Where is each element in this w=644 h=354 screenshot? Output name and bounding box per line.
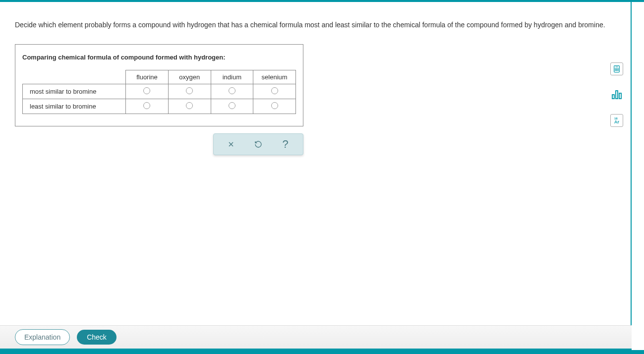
radio-most-fluorine[interactable] [143,87,150,94]
svg-rect-12 [619,93,621,99]
comparison-box: Comparing chemical formula of compound f… [15,44,303,126]
reset-icon [254,140,262,148]
radio-least-fluorine[interactable] [143,102,150,109]
radio-least-oxygen[interactable] [186,102,193,109]
question-text: Decide which element probably forms a co… [15,20,616,30]
bars-tool[interactable] [610,88,623,101]
bars-icon [611,89,623,101]
col-header: oxygen [168,70,211,84]
svg-point-8 [616,70,617,70]
col-header: indium [211,70,253,84]
radio-least-selenium[interactable] [271,102,278,109]
col-header: selenium [253,70,296,84]
svg-rect-10 [612,95,614,99]
calculator-icon [613,65,621,73]
row-label: most similar to bromine [23,84,126,99]
footer-bar: Explanation Check [0,325,632,350]
side-tools: 18Ar [610,62,623,127]
col-header: fluorine [126,70,169,84]
periodic-icon: 18Ar [614,117,619,124]
clear-button[interactable] [224,137,238,152]
radio-most-indium[interactable] [229,87,235,94]
radio-most-selenium[interactable] [271,87,278,94]
bottom-accent-bar [0,350,644,354]
row-label: least similar to bromine [23,99,126,114]
radio-least-indium[interactable] [229,102,235,109]
svg-point-9 [618,70,618,70]
check-button[interactable]: Check [77,330,117,345]
answer-toolbar: ? [213,133,303,155]
svg-point-4 [615,68,616,69]
x-icon [227,140,235,148]
main-area: Decide which element probably forms a co… [0,2,632,350]
help-button[interactable]: ? [278,137,293,152]
comparison-table: fluorine oxygen indium selenium most sim… [22,70,296,114]
comparison-title: Comparing chemical formula of compound f… [22,54,296,61]
svg-point-6 [618,68,618,69]
reset-button[interactable] [251,137,266,152]
calculator-tool[interactable] [610,62,623,75]
periodic-table-tool[interactable]: 18Ar [610,114,623,127]
explanation-button[interactable]: Explanation [15,329,70,345]
svg-rect-11 [616,91,618,99]
svg-point-5 [616,68,617,69]
svg-point-7 [615,70,616,70]
radio-most-oxygen[interactable] [186,87,193,94]
